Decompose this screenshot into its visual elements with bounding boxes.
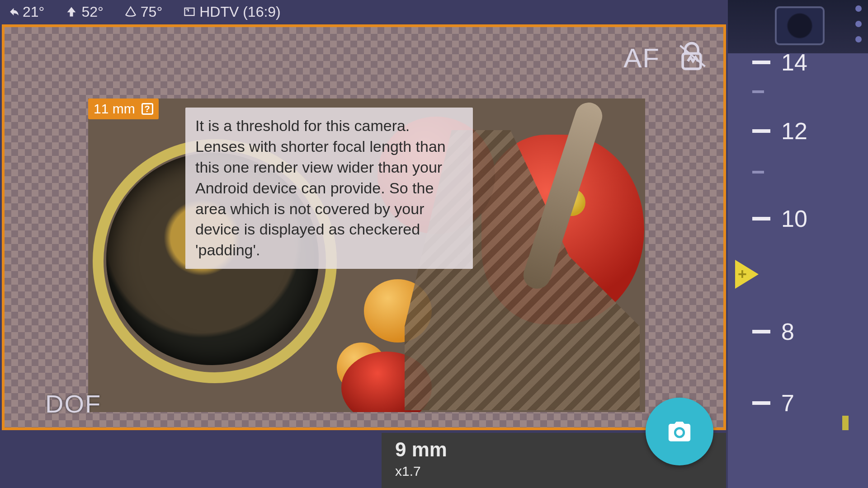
camera-icon	[666, 418, 693, 445]
scale-tick-label: 12	[781, 117, 807, 145]
viewfinder[interactable]: 11 mm ? It is a threshold for this camer…	[2, 24, 726, 430]
scale-pointer-icon[interactable]	[735, 260, 759, 289]
scale-tick-label: 14	[781, 49, 807, 76]
back-icon	[6, 5, 19, 18]
threshold-chip-label: 11 mm	[94, 101, 135, 117]
scale-tick-7[interactable]: 7	[752, 389, 794, 417]
lens-info[interactable]: 9 mm x1.7	[382, 433, 461, 484]
aspect-group[interactable]: HDTV (16:9)	[183, 4, 281, 20]
app-root: 21° 52° 75° HDTV (16:9) DXX00 16:9	[0, 0, 868, 488]
aspect-label: HDTV (16:9)	[199, 4, 281, 20]
aspect-icon	[183, 5, 196, 18]
scroll-indicator	[842, 416, 849, 430]
bottom-bar: 9 mm x1.7	[2, 433, 726, 488]
camera-lens-graphic	[775, 6, 825, 45]
threshold-chip[interactable]: 11 mm ?	[88, 99, 159, 119]
angle-back-value: 21°	[23, 4, 44, 20]
help-icon[interactable]: ?	[142, 103, 153, 115]
exposure-lock-button[interactable]	[678, 41, 705, 71]
zoom-factor-value: x1.7	[395, 464, 447, 479]
scale-tick-12[interactable]: 12	[752, 117, 807, 145]
side-panel: 14 12 10 8 7	[728, 0, 868, 488]
shutter-button[interactable]	[646, 398, 713, 465]
up-icon	[65, 5, 78, 18]
cone-icon	[124, 5, 137, 18]
threshold-tooltip: It is a threshold for this camera. Lense…	[185, 108, 473, 269]
scale-tick-8[interactable]: 8	[752, 318, 794, 345]
svg-rect-0	[185, 8, 194, 15]
scale-tick-10[interactable]: 10	[752, 205, 807, 232]
scale-minor-tick	[752, 90, 764, 93]
scale-minor-tick	[752, 171, 764, 174]
scale-tick-14[interactable]: 14	[752, 49, 807, 76]
angle-cone-value: 75°	[141, 4, 162, 20]
focal-scale[interactable]: 14 12 10 8 7	[752, 45, 834, 479]
camera-dots	[855, 5, 862, 42]
bottom-bar-spacer	[2, 433, 382, 488]
dof-label[interactable]: DOF	[45, 389, 101, 418]
angle-up-group[interactable]: 52°	[65, 4, 103, 20]
angle-back-group[interactable]: 21°	[6, 4, 44, 20]
scale-tick-label: 8	[781, 318, 794, 345]
scale-tick-label: 7	[781, 389, 794, 417]
autofocus-label[interactable]: AF	[623, 42, 660, 74]
focal-length-value: 9 mm	[395, 438, 447, 461]
scale-tick-label: 10	[781, 205, 807, 232]
angle-up-value: 52°	[81, 4, 103, 20]
angle-cone-group[interactable]: 75°	[124, 4, 162, 20]
